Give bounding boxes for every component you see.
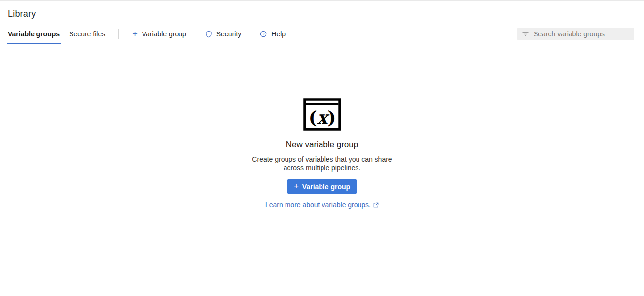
description-line: Create groups of variables that you can … (252, 155, 392, 164)
shield-icon (205, 31, 212, 38)
tab-label: Variable groups (8, 30, 60, 38)
empty-state: (x) New variable group Create groups of … (0, 44, 644, 209)
plus-icon: + (294, 182, 299, 190)
add-variable-group-button[interactable]: + Variable group (287, 179, 357, 194)
filter-icon (522, 31, 529, 37)
button-label: Variable group (302, 183, 350, 191)
external-link-icon (373, 202, 379, 208)
help-circle-icon: ? (260, 31, 267, 37)
command-label: Security (216, 30, 242, 38)
command-label: Variable group (142, 30, 186, 38)
security-command[interactable]: Security (205, 24, 242, 44)
tab-variable-groups[interactable]: Variable groups (8, 24, 60, 44)
toolbar-divider (118, 29, 119, 39)
empty-state-description: Create groups of variables that you can … (252, 155, 392, 172)
tab-list: Variable groups Secure files (8, 24, 105, 44)
variable-group-window-icon: (x) (303, 98, 341, 131)
learn-more-link[interactable]: Learn more about variable groups. (265, 201, 379, 209)
tab-secure-files[interactable]: Secure files (69, 24, 105, 44)
search-input[interactable] (534, 30, 630, 38)
command-bar: + Variable group Security ? Help (132, 24, 286, 44)
description-line: across multiple pipelines. (252, 164, 392, 173)
page-header: Library (0, 1, 644, 24)
help-command[interactable]: ? Help (260, 24, 286, 44)
empty-state-title: New variable group (286, 140, 358, 150)
add-variable-group-command[interactable]: + Variable group (132, 24, 186, 44)
link-label: Learn more about variable groups. (265, 201, 371, 209)
svg-text:?: ? (262, 32, 265, 36)
plus-icon: + (132, 30, 138, 38)
tab-bar: Variable groups Secure files + Variable … (0, 24, 644, 44)
toolbar-spacer (286, 24, 517, 44)
command-label: Help (271, 30, 286, 38)
svg-text:(x): (x) (308, 107, 336, 128)
tab-label: Secure files (69, 30, 105, 38)
page-title: Library (8, 9, 636, 19)
search-box[interactable] (517, 28, 634, 40)
